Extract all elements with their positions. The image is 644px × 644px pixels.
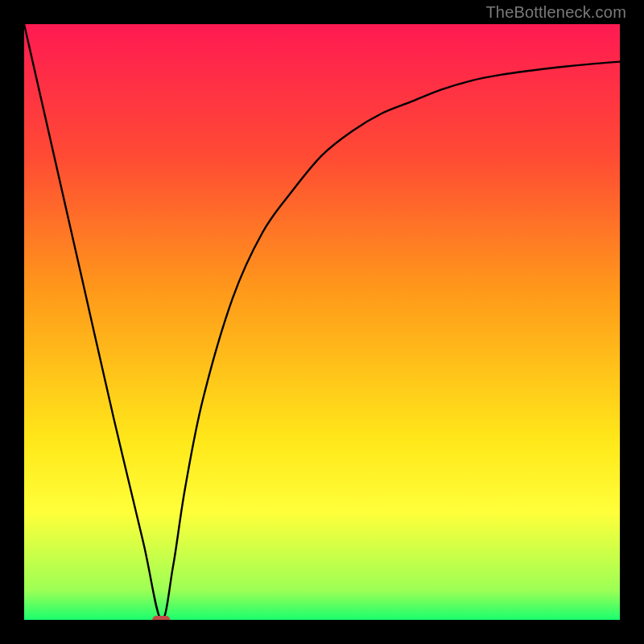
gradient-background [24, 24, 620, 620]
optimal-marker [152, 616, 170, 620]
chart-frame: { "credit": "TheBottleneck.com", "colors… [0, 0, 644, 644]
source-credit: TheBottleneck.com [485, 3, 626, 22]
bottleneck-plot [24, 24, 620, 620]
